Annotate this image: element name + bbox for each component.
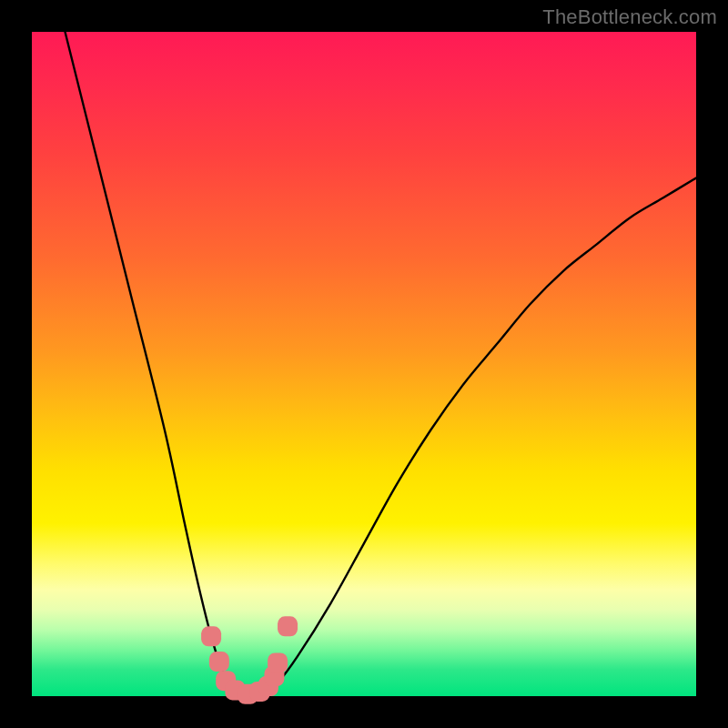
watermark-text: TheBottleneck.com (542, 5, 717, 29)
highlight-dot (278, 616, 298, 636)
plot-area (32, 32, 696, 696)
bottleneck-curve (66, 32, 697, 696)
highlight-dot (268, 653, 288, 673)
highlight-dot (201, 626, 221, 646)
chart-frame: TheBottleneck.com (0, 0, 728, 728)
curve-svg (32, 32, 696, 696)
highlight-dots (201, 616, 298, 703)
highlight-dot (209, 652, 229, 672)
